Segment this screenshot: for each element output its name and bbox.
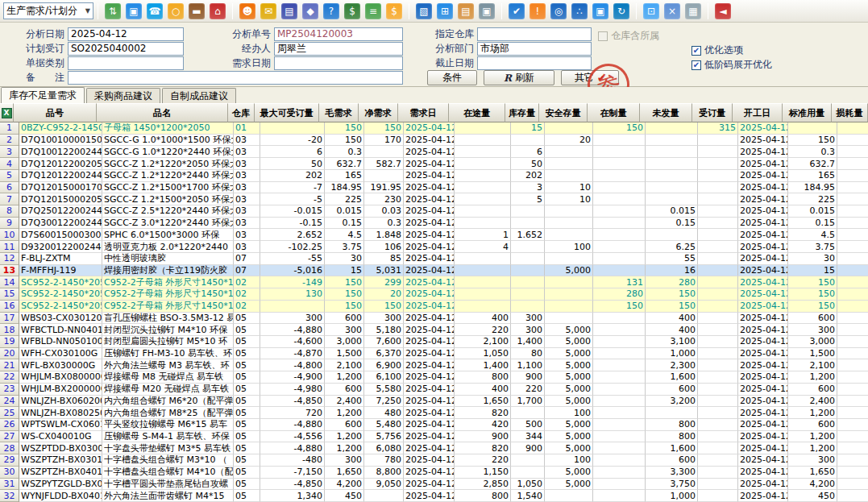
- table-row[interactable]: 20WFH-CX030100G压铆螺钉 FH-M3-10 易车铁、环05-4,8…: [0, 348, 868, 360]
- table-row[interactable]: 31WSZPYTZGLD-BX040150G十字槽平圆头带垫燕尾钻自攻螺05-4…: [0, 479, 868, 491]
- table-row[interactable]: 3D7Q1001220024400GSGCC-G 1.0*1220*2440 环…: [0, 146, 868, 158]
- window-icon[interactable]: ⊡: [643, 3, 659, 19]
- cell-pn: SC952-2-1450*2050-1: [19, 301, 102, 313]
- column-header-sdate[interactable]: 开工日: [733, 103, 783, 122]
- column-header-std[interactable]: 标准用量: [783, 103, 832, 122]
- cell-net: 106: [364, 241, 404, 253]
- home-icon[interactable]: ⌂: [210, 3, 226, 19]
- table-row[interactable]: 16SC952-2-1450*2050-1C952-2子母箱 外形尺寸1450*…: [0, 301, 868, 313]
- table-row[interactable]: 29WSZPTZH-BX030100G十字槽盘头组合螺钉 M3*10 （05-4…: [0, 454, 868, 467]
- table-row[interactable]: 7D7Q1201500020500GSGCC-Z 1.2*1500*2050 环…: [0, 193, 868, 205]
- lock-icon[interactable]: ○: [168, 3, 184, 19]
- refresh-button[interactable]: R 刷新: [484, 70, 554, 85]
- condition-button[interactable]: 条件: [427, 70, 477, 85]
- cart-icon[interactable]: ≡: [365, 3, 381, 19]
- table-row[interactable]: 8D7Q2501220024400GSGCC-Z 2.5*1220*2440 环…: [0, 205, 868, 218]
- tab-1[interactable]: 库存不足量需求: [1, 87, 85, 103]
- column-header-net[interactable]: 净需求: [359, 103, 398, 122]
- table-row[interactable]: 5D7Q1201220024400GSGCC-Z 1.2*1220*2440 环…: [0, 170, 868, 182]
- table-row[interactable]: 4D7Q1201220020500GSGCC-Z 1.2*1220*2050 环…: [0, 158, 868, 170]
- tab-2[interactable]: 采购商品建议: [86, 88, 160, 103]
- column-header-ordered[interactable]: 受订量: [692, 103, 733, 122]
- cell-wh: 07: [234, 265, 260, 277]
- analysis-no-input[interactable]: MP2504120003: [274, 27, 403, 41]
- help-icon[interactable]: ?: [323, 3, 339, 19]
- users-icon[interactable]: ☻: [239, 3, 255, 19]
- briefcase-icon[interactable]: ▬: [189, 3, 205, 19]
- column-header-ddate[interactable]: 需求日: [398, 103, 449, 122]
- column-header-max[interactable]: 最大可受订量: [255, 103, 319, 122]
- card-icon[interactable]: ▤: [281, 3, 297, 19]
- optimize-checkbox[interactable]: ✔ 优化选项: [691, 44, 743, 57]
- archive-icon[interactable]: ▤: [458, 3, 474, 19]
- column-header-transit[interactable]: 在途量: [449, 103, 505, 122]
- remark-input[interactable]: [68, 71, 403, 85]
- low-code-checkbox[interactable]: ✔ 低阶码展开优化: [691, 58, 772, 72]
- key-icon[interactable]: ◆: [302, 3, 318, 19]
- phone-icon[interactable]: ☎: [147, 3, 163, 19]
- export-excel-button[interactable]: X: [0, 103, 14, 122]
- table-row[interactable]: 13F-MFFHJ-119焊接用密封胶（卡立119防火胶07-5,016155,…: [0, 265, 868, 277]
- remote-icon[interactable]: ▣: [592, 3, 608, 19]
- table-row[interactable]: 30WSZPTZH-BX040100G十字槽盘头组合螺钉 M4*10（配05-7…: [0, 467, 868, 479]
- table-row[interactable]: 28WSZPTDD-BX030050G十字盘头带垫螺钉 M3*5 易车铁05-4…: [0, 442, 868, 454]
- table-row[interactable]: 10D7S6001500030000GSPHC 6.0*1500*3000 环保…: [0, 229, 868, 241]
- search-doc-icon[interactable]: ◎: [550, 3, 567, 19]
- report-icon[interactable]: ▧: [416, 3, 432, 19]
- table-row[interactable]: 12F-BLJ-ZXTM中性透明玻璃胶07-5530852025-04-1255…: [0, 253, 868, 265]
- finance-icon[interactable]: $: [386, 3, 402, 19]
- mail-icon[interactable]: ✉: [260, 3, 276, 19]
- calculator-icon[interactable]: ⊞: [437, 3, 453, 19]
- approve-icon[interactable]: ✔: [509, 3, 525, 19]
- column-header-gross[interactable]: 毛需求: [319, 103, 359, 122]
- analysis-dept-input[interactable]: 市场部: [477, 42, 592, 56]
- exit-icon[interactable]: ◄: [715, 3, 731, 19]
- table-row[interactable]: 15SC952-2-1450*2050-1C952-2子母箱 外形尺寸1450*…: [0, 288, 868, 301]
- table-row[interactable]: 26WPTSWLM-CX060150G平头竖纹拉铆螺母 M6*15 易车05-4…: [0, 419, 868, 431]
- end-date-input[interactable]: [477, 56, 592, 70]
- table-row[interactable]: 10BZY-C952-2-1450*2050子母箱 1450*1200*2050…: [0, 122, 868, 135]
- column-header-name[interactable]: 品名: [97, 103, 228, 122]
- column-header-stock[interactable]: 库存量: [505, 103, 539, 122]
- table-row[interactable]: 18WFBCTLD-NN040100G封闭型沉头拉铆钉 M4*10 环保05-4…: [0, 324, 868, 336]
- cell-name: 焊接用密封胶（卡立119防火胶: [102, 265, 234, 277]
- sync-icon[interactable]: ⇅: [105, 3, 121, 19]
- table-row[interactable]: 22WHJLM-BX080000G焊接螺母 M8 无碰焊点 易车铁05-4,90…: [0, 371, 868, 384]
- dollar-icon[interactable]: $: [344, 3, 360, 19]
- table-row[interactable]: 14SC952-2-1450*2050-1C952-2子母箱 外形尺寸1450*…: [0, 276, 868, 288]
- column-header-unship[interactable]: 未发量: [640, 103, 692, 122]
- table-row[interactable]: 25WNLJZH-BX080250G内六角组合螺钉 M8*25（配平弹05720…: [0, 407, 868, 419]
- column-header-pn[interactable]: 品号: [14, 103, 97, 122]
- assigned-wh-input[interactable]: [477, 27, 592, 41]
- column-header-safety[interactable]: 安全存量: [539, 103, 588, 122]
- close-window-icon[interactable]: ×: [664, 3, 680, 19]
- handler-input[interactable]: 周翠兰: [274, 42, 403, 56]
- plan-order-input[interactable]: SO2025040002: [68, 42, 184, 56]
- column-header-wip[interactable]: 在制量: [588, 103, 640, 122]
- cascade-icon[interactable]: ▦: [685, 3, 701, 19]
- refresh-icon[interactable]: ↻: [613, 3, 629, 19]
- table-row[interactable]: 27WS-CX040010G压铆螺母 S-M4-1 易车铁、环保05-4,556…: [0, 431, 868, 443]
- other-button[interactable]: 其它 ✔: [561, 70, 619, 85]
- module-selector-dropdown[interactable]: 生产需求/计划分 ▼: [3, 2, 93, 19]
- monitor-icon[interactable]: ▣: [126, 3, 142, 19]
- network-icon[interactable]: ∴: [571, 3, 588, 19]
- table-row[interactable]: 24WNLJZH-BX060200G内六角组合螺钉 M6*20（配平弹05-4,…: [0, 396, 868, 408]
- copy-icon[interactable]: ▣: [479, 3, 495, 19]
- tab-3[interactable]: 自制成品建议: [162, 88, 236, 103]
- table-row[interactable]: 17WBS03-CX030120G盲孔压铆螺柱 BSO-3.5M3-12 易05…: [0, 313, 868, 325]
- bell-icon[interactable]: !: [530, 3, 546, 19]
- demand-date-input[interactable]: [274, 56, 403, 70]
- table-row[interactable]: 11D932001220024400G透明亚克力板 2.0*1220*24400…: [0, 241, 868, 253]
- table-row[interactable]: 2D7Q1001000015000GSGCC-G 1.0*1000*1500 环…: [0, 135, 868, 147]
- table-row[interactable]: 21WFL-BX030000G外六角法兰螺母 M3 易车铁、环05-4,8002…: [0, 359, 868, 371]
- table-row[interactable]: 19WFBLD-NN050100G封闭型扁圆头拉铆钉 M5*10 环05-4,6…: [0, 336, 868, 348]
- table-row[interactable]: 6D7Q1201500017000GSGCC-Z 1.2*1500*1700 环…: [0, 182, 868, 194]
- analysis-date-input[interactable]: 2025-04-12: [68, 27, 184, 41]
- table-row[interactable]: 9D7Q3001220024400GSGCC-Z 3.0*1220*2440 环…: [0, 218, 868, 230]
- column-header-loss[interactable]: 损耗量: [832, 103, 868, 122]
- doc-type-input[interactable]: [68, 56, 184, 70]
- table-row[interactable]: 32WYNJFLDD-BX040150G外六角法兰面带齿螺钉 M4*15051,…: [0, 490, 868, 502]
- table-row[interactable]: 23WHJLM-BX200000G焊接螺母 M20 无碰焊点 易车铁05-4,9…: [0, 384, 868, 396]
- column-header-wh[interactable]: 仓库: [228, 103, 255, 122]
